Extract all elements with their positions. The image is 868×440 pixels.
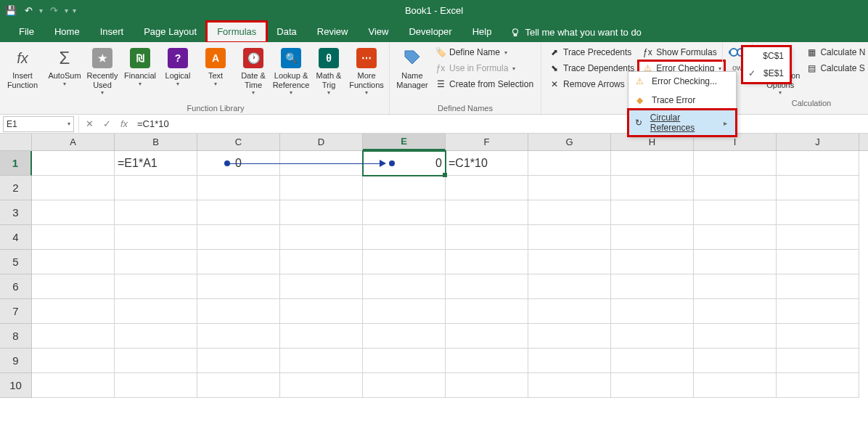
row-header-9[interactable]: 9 <box>0 349 32 373</box>
cell[interactable] <box>363 250 446 274</box>
cell[interactable] <box>528 225 611 250</box>
date-time-button[interactable]: 🕐 Date & Time▾ <box>235 45 271 97</box>
cell[interactable] <box>197 200 280 225</box>
cell[interactable] <box>611 176 694 200</box>
cell[interactable] <box>446 225 528 250</box>
cell[interactable] <box>280 225 363 250</box>
math-trig-button[interactable]: θ Math & Trig▾ <box>311 45 347 97</box>
cell[interactable] <box>694 349 777 373</box>
cell[interactable] <box>363 299 446 324</box>
qat-customize-icon[interactable]: ▾ <box>71 7 78 15</box>
row-header-7[interactable]: 7 <box>0 299 32 324</box>
cell[interactable] <box>280 299 363 324</box>
more-functions-button[interactable]: ⋯ More Functions▾ <box>348 45 385 97</box>
cell[interactable] <box>446 200 528 225</box>
tab-page-layout[interactable]: Page Layout <box>134 22 207 42</box>
cell[interactable] <box>528 200 611 225</box>
cell[interactable] <box>694 324 777 349</box>
cell[interactable] <box>197 176 280 200</box>
row-header-1[interactable]: 1 <box>0 151 32 176</box>
cell[interactable] <box>363 349 446 373</box>
cell[interactable] <box>611 349 694 373</box>
cell[interactable] <box>777 373 859 398</box>
chevron-down-icon[interactable]: ▾ <box>67 121 70 127</box>
tab-file[interactable]: File <box>9 22 44 42</box>
cell-i1[interactable] <box>694 151 777 176</box>
cell[interactable] <box>115 250 197 274</box>
cell[interactable] <box>32 349 115 373</box>
tab-view[interactable]: View <box>358 22 398 42</box>
cell-b1[interactable]: =E1*A1 <box>115 151 197 176</box>
cell[interactable] <box>115 274 197 299</box>
row-header-4[interactable]: 4 <box>0 225 32 250</box>
cell[interactable] <box>694 200 777 225</box>
cell[interactable] <box>280 324 363 349</box>
cell[interactable] <box>528 349 611 373</box>
enter-formula-button[interactable]: ✓ <box>98 116 115 132</box>
cell[interactable] <box>197 324 280 349</box>
cell[interactable] <box>611 274 694 299</box>
cell[interactable] <box>777 299 859 324</box>
cell[interactable] <box>280 349 363 373</box>
cell[interactable] <box>280 200 363 225</box>
cell[interactable] <box>777 349 859 373</box>
row-header-8[interactable]: 8 <box>0 324 32 349</box>
cell[interactable] <box>32 274 115 299</box>
financial-button[interactable]: ₪ Financial▾ <box>122 45 158 89</box>
formula-input[interactable]: =C1*10 <box>133 118 868 129</box>
select-all-button[interactable] <box>0 134 32 150</box>
cell[interactable] <box>197 250 280 274</box>
cell[interactable] <box>446 349 528 373</box>
cell[interactable] <box>777 274 859 299</box>
circ-ref-c1[interactable]: $C$1 <box>743 47 790 65</box>
cell[interactable] <box>528 299 611 324</box>
col-header-a[interactable]: A <box>32 134 115 150</box>
cell[interactable] <box>280 373 363 398</box>
cell[interactable] <box>32 299 115 324</box>
cell[interactable] <box>694 373 777 398</box>
cell[interactable] <box>777 200 859 225</box>
cell[interactable] <box>611 324 694 349</box>
cell[interactable] <box>363 176 446 200</box>
undo-button[interactable]: ↶ <box>20 2 36 18</box>
cell[interactable] <box>528 250 611 274</box>
tell-me-search[interactable]: Tell me what you want to do <box>501 23 650 42</box>
cell-c1[interactable]: 0 <box>197 151 280 176</box>
cell[interactable] <box>280 274 363 299</box>
tab-developer[interactable]: Developer <box>398 22 462 42</box>
cell-d1[interactable] <box>280 151 363 176</box>
col-header-c[interactable]: C <box>197 134 280 150</box>
cell[interactable] <box>363 324 446 349</box>
calculate-sheet-button[interactable]: ▤Calculate S <box>803 61 868 76</box>
cell[interactable] <box>363 225 446 250</box>
row-header-6[interactable]: 6 <box>0 274 32 299</box>
cell[interactable] <box>363 200 446 225</box>
col-header-f[interactable]: F <box>446 134 528 150</box>
cell-g1[interactable] <box>528 151 611 176</box>
col-header-j[interactable]: J <box>777 134 859 150</box>
trace-dependents-button[interactable]: ⬊Trace Dependents <box>546 61 637 76</box>
cell[interactable] <box>777 225 859 250</box>
cell[interactable] <box>115 200 197 225</box>
cell-h1[interactable] <box>611 151 694 176</box>
cell[interactable] <box>115 349 197 373</box>
cell[interactable] <box>777 176 859 200</box>
cell[interactable] <box>197 349 280 373</box>
save-button[interactable]: 💾 <box>3 2 19 18</box>
cell[interactable] <box>115 176 197 200</box>
cell[interactable] <box>446 250 528 274</box>
name-manager-button[interactable]: Name Manager <box>394 45 430 91</box>
cell[interactable] <box>528 274 611 299</box>
cell[interactable] <box>446 324 528 349</box>
redo-button[interactable]: ↷ <box>46 2 62 18</box>
row-header-3[interactable]: 3 <box>0 200 32 225</box>
cell[interactable] <box>446 176 528 200</box>
fx-button[interactable]: fx <box>115 116 133 132</box>
circular-references-menu-item[interactable]: ↻Circular References▸ <box>629 110 736 136</box>
cell-e1[interactable]: 0 <box>363 151 446 176</box>
cell[interactable] <box>363 274 446 299</box>
define-name-button[interactable]: 🏷️Define Name▾ <box>432 45 536 60</box>
show-formulas-button[interactable]: ƒxShow Formulas <box>639 45 724 60</box>
name-box[interactable]: E1 ▾ <box>3 116 74 132</box>
col-header-d[interactable]: D <box>280 134 363 150</box>
